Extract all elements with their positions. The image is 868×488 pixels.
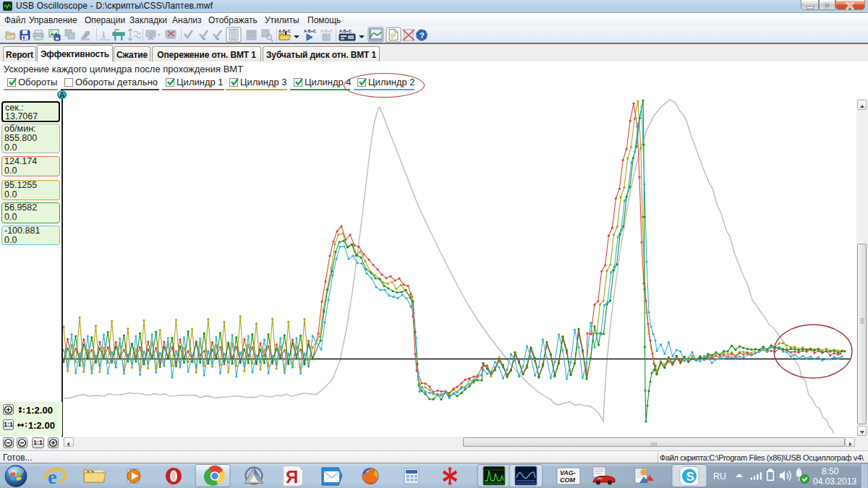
svg-text:A·B+C: A·B+C bbox=[320, 29, 333, 33]
svg-text:Я: Я bbox=[286, 467, 298, 487]
svg-text:RU: RU bbox=[713, 471, 726, 481]
svg-text:VAG-: VAG- bbox=[560, 469, 576, 476]
svg-text:04.03.2013: 04.03.2013 bbox=[813, 476, 856, 487]
svg-text:A·B+C: A·B+C bbox=[304, 29, 316, 33]
svg-text:COM: COM bbox=[560, 476, 576, 484]
svg-text:8:50: 8:50 bbox=[822, 466, 839, 476]
svg-text:?: ? bbox=[420, 31, 425, 40]
svg-text:S: S bbox=[686, 470, 694, 484]
svg-text:A:B+C: A:B+C bbox=[339, 29, 352, 33]
svg-text:A·B+C: A·B+C bbox=[278, 29, 291, 33]
